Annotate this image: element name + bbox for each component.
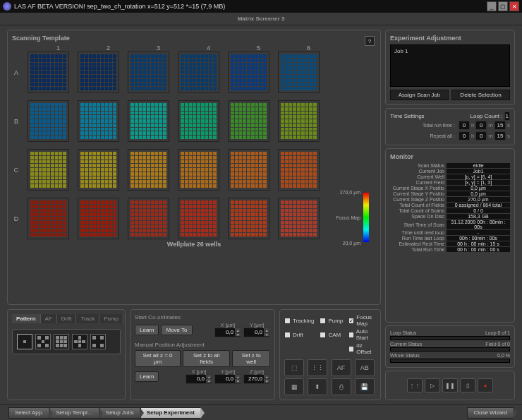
pattern-preset-4[interactable] xyxy=(72,334,87,349)
manual-pos-title: Manual Position Adjustment xyxy=(135,342,270,348)
play-button[interactable]: ▷ xyxy=(425,378,440,392)
well[interactable] xyxy=(78,100,119,142)
well[interactable] xyxy=(28,198,69,239)
y-spinner-2[interactable]: 0,0▴▾ xyxy=(214,374,241,384)
wizard-setup-experiment[interactable]: Setup Experiment xyxy=(140,407,201,419)
monitor-value: 0,0 µm xyxy=(447,186,510,191)
cam-checkbox[interactable] xyxy=(320,332,326,338)
wizard-select-app[interactable]: Select App. xyxy=(8,407,49,419)
well[interactable] xyxy=(128,52,169,93)
well[interactable] xyxy=(28,52,69,93)
well[interactable] xyxy=(128,198,169,239)
well-grid[interactable]: ABCD xyxy=(12,52,376,239)
wizard-setup-template[interactable]: Setup Templ… xyxy=(49,407,99,419)
repeat-m[interactable]: 0 xyxy=(475,131,487,140)
pump-checkbox[interactable] xyxy=(320,318,326,324)
focusmap-checkbox[interactable] xyxy=(348,318,354,324)
well[interactable] xyxy=(28,100,69,142)
drift-checkbox[interactable] xyxy=(284,332,291,338)
window-titlebar: LAS AF BETA VERSION! sep_two_ch_rotation… xyxy=(0,0,522,13)
well[interactable] xyxy=(278,52,320,93)
well[interactable] xyxy=(228,198,269,239)
monitor-key: Current Stage Y Positio xyxy=(390,191,447,196)
pattern-preset-2[interactable] xyxy=(35,334,51,349)
job-list[interactable]: Job 1 xyxy=(390,44,510,87)
tool-grid-icon[interactable]: ⋮⋮ xyxy=(308,359,327,376)
stop-button[interactable]: ▯ xyxy=(460,378,475,392)
tool-ab-icon[interactable]: AB xyxy=(355,359,375,376)
well[interactable] xyxy=(278,149,320,191)
well[interactable] xyxy=(178,198,219,239)
repeat-m2[interactable]: 15 xyxy=(494,131,506,140)
record-button[interactable]: ● xyxy=(478,378,493,392)
minimize-button[interactable]: _ xyxy=(487,1,497,11)
loop-status-label: Loop Status xyxy=(390,330,432,335)
monitor-row: Current Field[x, y] = [1, 3] xyxy=(390,180,510,185)
learn-manual-button[interactable]: Learn xyxy=(135,371,159,382)
repeat-h[interactable]: 0 xyxy=(459,131,470,140)
well[interactable] xyxy=(128,149,169,191)
tool-save-icon[interactable]: 💾 xyxy=(355,378,375,395)
tool-matrix-icon[interactable]: ▦ xyxy=(284,378,304,395)
pattern-preset-1[interactable] xyxy=(17,334,32,349)
help-button[interactable]: ? xyxy=(365,36,375,46)
assign-scan-job-button[interactable]: Assign Scan Job xyxy=(390,90,449,100)
well[interactable] xyxy=(78,52,119,93)
y-spinner[interactable]: 0,0▴▾ xyxy=(243,328,270,337)
total-m[interactable]: 0 xyxy=(475,121,487,130)
x-spinner-2[interactable]: 0,0▴▾ xyxy=(186,374,212,384)
scanning-template-panel: Scanning Template ? 1 2 3 4 5 6 ABCD 270… xyxy=(7,30,381,305)
tool-print-icon[interactable]: ⎙ xyxy=(332,378,351,395)
tracking-checkbox[interactable] xyxy=(284,318,291,324)
pattern-preset-3[interactable] xyxy=(54,334,69,349)
monitor-value: 00 h : 00 min : 00 s xyxy=(447,247,510,252)
tool-af-icon[interactable]: AF xyxy=(332,359,351,376)
well[interactable] xyxy=(178,52,219,93)
close-button[interactable]: ✕ xyxy=(509,1,519,11)
well[interactable] xyxy=(78,198,119,239)
well[interactable] xyxy=(228,149,269,191)
well[interactable] xyxy=(228,52,269,93)
start-coords-title: Start Co-ordinates xyxy=(135,314,270,320)
autostart-checkbox[interactable] xyxy=(348,332,354,338)
learn-button[interactable]: Learn xyxy=(135,325,159,335)
close-wizard-button[interactable]: Close Wizard xyxy=(467,407,514,419)
module-title: Matrix Screener 3 xyxy=(0,13,522,25)
transport-matrix-icon[interactable]: ⋮⋮ xyxy=(407,378,423,392)
well[interactable] xyxy=(28,149,69,191)
tab-track[interactable]: Track xyxy=(76,314,99,323)
col-label: 4 xyxy=(188,44,229,52)
pattern-preset-5[interactable] xyxy=(90,334,106,349)
moveto-button[interactable]: Move To xyxy=(161,325,192,335)
job-item[interactable]: Job 1 xyxy=(393,47,507,55)
well[interactable] xyxy=(228,100,269,142)
pause-button[interactable]: ❚❚ xyxy=(442,378,458,392)
dzoffset-checkbox[interactable] xyxy=(348,346,354,352)
well[interactable] xyxy=(128,100,169,142)
options-panel: Tracking Pump Focus Map Drift CAM Auto S… xyxy=(279,309,381,400)
well[interactable] xyxy=(178,149,219,191)
set-all-z0-button[interactable]: Set all z = 0 µm xyxy=(135,350,181,367)
wizard-setup-jobs[interactable]: Setup Jobs xyxy=(99,407,140,419)
set-z-well-button[interactable]: Set z to well xyxy=(232,350,270,367)
z-label: Z [µm] xyxy=(243,369,270,374)
maximize-button[interactable]: ▢ xyxy=(498,1,508,11)
well[interactable] xyxy=(278,100,320,142)
delete-selection-button[interactable]: Delete Selection xyxy=(451,90,510,100)
tab-pump[interactable]: Pump xyxy=(99,314,123,323)
total-h[interactable]: 0 xyxy=(459,121,470,130)
monitor-key: Current Well xyxy=(390,174,447,179)
well[interactable] xyxy=(278,198,320,239)
tab-pattern[interactable]: Pattern xyxy=(12,314,41,323)
loopcount-field[interactable]: 1 xyxy=(504,112,510,121)
well[interactable] xyxy=(78,149,119,191)
tool-select-icon[interactable]: ⬚ xyxy=(284,359,304,376)
z-spinner[interactable]: 270,0▴▾ xyxy=(243,374,270,384)
set-z-all-fields-button[interactable]: Set z to all fields xyxy=(183,350,230,367)
tab-af[interactable]: AF xyxy=(41,314,57,323)
total-m2[interactable]: 15 xyxy=(494,121,506,130)
x-spinner[interactable]: 0,0▴▾ xyxy=(214,328,241,337)
well[interactable] xyxy=(178,100,219,142)
tab-drift[interactable]: Drift xyxy=(57,314,77,323)
tool-move-icon[interactable]: ⬍ xyxy=(308,378,327,395)
